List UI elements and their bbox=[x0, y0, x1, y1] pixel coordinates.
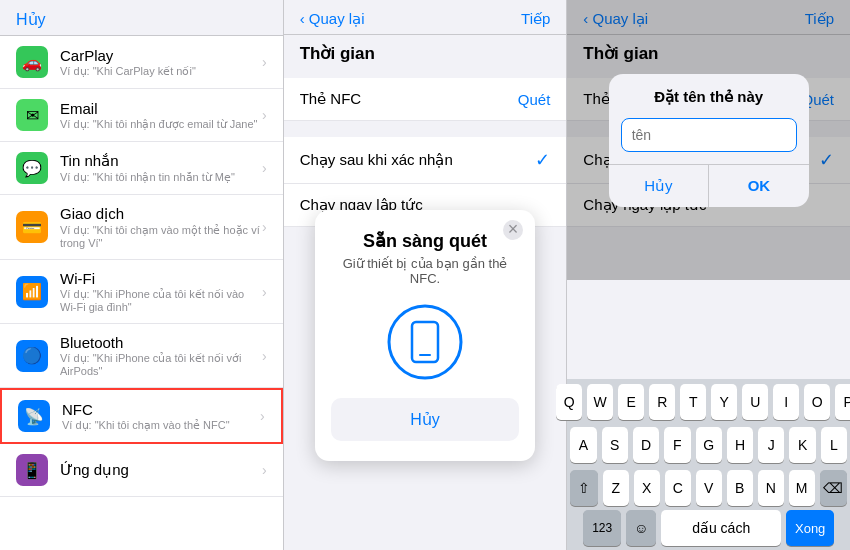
key-j[interactable]: J bbox=[758, 427, 784, 463]
list-item-bluetooth[interactable]: 🔵 Bluetooth Ví dụ: "Khi iPhone của tôi k… bbox=[0, 324, 283, 388]
key-q[interactable]: Q bbox=[556, 384, 582, 420]
nfc-ready-card: × Sẵn sàng quét Giữ thiết bị của bạn gần… bbox=[315, 210, 535, 461]
key-d[interactable]: D bbox=[633, 427, 659, 463]
bluetooth-title: Bluetooth bbox=[60, 334, 262, 351]
nfc-modal-title: Sẵn sàng quét bbox=[363, 230, 487, 252]
panel2-page-title: Thời gian bbox=[284, 35, 567, 70]
app-chevron: › bbox=[262, 462, 267, 478]
messages-subtitle: Ví dụ: "Khi tôi nhận tin nhắn từ Mẹ" bbox=[60, 171, 262, 184]
transaction-icon: 💳 bbox=[16, 211, 48, 243]
nfc-icon: 📡 bbox=[18, 400, 50, 432]
nfc-phone-icon bbox=[385, 302, 465, 382]
cancel-button[interactable]: Hủy bbox=[16, 10, 46, 29]
key-w[interactable]: W bbox=[587, 384, 613, 420]
key-a[interactable]: A bbox=[570, 427, 596, 463]
key-n[interactable]: N bbox=[758, 470, 784, 506]
numbers-key[interactable]: 123 bbox=[583, 510, 621, 546]
messages-title: Tin nhắn bbox=[60, 152, 262, 170]
email-title: Email bbox=[60, 100, 262, 117]
list-item-email[interactable]: ✉ Email Ví dụ: "Khi tôi nhận được email … bbox=[0, 89, 283, 142]
wifi-subtitle: Ví dụ: "Khi iPhone của tôi kết nối vào W… bbox=[60, 288, 262, 313]
email-subtitle: Ví dụ: "Khi tôi nhận được email từ Jane" bbox=[60, 118, 262, 131]
wifi-title: Wi-Fi bbox=[60, 270, 262, 287]
key-v[interactable]: V bbox=[696, 470, 722, 506]
carplay-title: CarPlay bbox=[60, 47, 262, 64]
space-key[interactable]: dấu cách bbox=[661, 510, 781, 546]
keyboard-row-2: ASDFGHJKL bbox=[567, 422, 850, 465]
messages-chevron: › bbox=[262, 160, 267, 176]
done-key[interactable]: Xong bbox=[786, 510, 834, 546]
keyboard-row-1: QWERTYUIOP bbox=[567, 379, 850, 422]
svg-point-0 bbox=[389, 306, 461, 378]
list-item-wifi[interactable]: 📶 Wi-Fi Ví dụ: "Khi iPhone của tôi kết n… bbox=[0, 260, 283, 324]
on-screen-keyboard: QWERTYUIOP ASDFGHJKL ⇧ ZXCVBNM ⌫ 123 ☺ d… bbox=[567, 379, 850, 550]
key-m[interactable]: M bbox=[789, 470, 815, 506]
panel2-nfc-label: Thẻ NFC bbox=[300, 90, 518, 108]
key-u[interactable]: U bbox=[742, 384, 768, 420]
triggers-list: 🚗 CarPlay Ví dụ: "Khi CarPlay kết nối" ›… bbox=[0, 36, 283, 550]
key-h[interactable]: H bbox=[727, 427, 753, 463]
delete-key[interactable]: ⌫ bbox=[820, 470, 847, 506]
key-r[interactable]: R bbox=[649, 384, 675, 420]
nfc-ready-overlay: × Sẵn sàng quét Giữ thiết bị của bạn gần… bbox=[284, 120, 567, 550]
email-chevron: › bbox=[262, 107, 267, 123]
nfc-title: NFC bbox=[62, 401, 260, 418]
name-dialog-overlay: Đặt tên thẻ này Hủy OK bbox=[567, 0, 850, 280]
name-dialog: Đặt tên thẻ này Hủy OK bbox=[609, 74, 809, 207]
list-item-app[interactable]: 📱 Ứng dụng › bbox=[0, 444, 283, 497]
key-f[interactable]: F bbox=[664, 427, 690, 463]
key-k[interactable]: K bbox=[789, 427, 815, 463]
dialog-title: Đặt tên thẻ này bbox=[609, 74, 809, 112]
dialog-cancel-button[interactable]: Hủy bbox=[609, 165, 710, 207]
key-l[interactable]: L bbox=[821, 427, 847, 463]
panel-triggers: Hủy 🚗 CarPlay Ví dụ: "Khi CarPlay kết nố… bbox=[0, 0, 284, 550]
key-c[interactable]: C bbox=[665, 470, 691, 506]
transaction-subtitle: Ví dụ: "Khi tôi chạm vào một thẻ hoặc ví… bbox=[60, 224, 262, 249]
key-o[interactable]: O bbox=[804, 384, 830, 420]
key-s[interactable]: S bbox=[602, 427, 628, 463]
key-g[interactable]: G bbox=[696, 427, 722, 463]
panel2-next-button[interactable]: Tiếp bbox=[521, 10, 550, 28]
key-e[interactable]: E bbox=[618, 384, 644, 420]
bluetooth-chevron: › bbox=[262, 348, 267, 364]
dialog-ok-button[interactable]: OK bbox=[709, 165, 809, 207]
shift-key[interactable]: ⇧ bbox=[570, 470, 597, 506]
list-item-carplay[interactable]: 🚗 CarPlay Ví dụ: "Khi CarPlay kết nối" › bbox=[0, 36, 283, 89]
nfc-subtitle: Ví dụ: "Khi tôi chạm vào thẻ NFC" bbox=[62, 419, 260, 432]
panel2-back-button[interactable]: ‹ Quay lại bbox=[300, 10, 365, 28]
list-item-nfc[interactable]: 📡 NFC Ví dụ: "Khi tôi chạm vào thẻ NFC" … bbox=[0, 388, 283, 444]
key-t[interactable]: T bbox=[680, 384, 706, 420]
wifi-icon: 📶 bbox=[16, 276, 48, 308]
key-x[interactable]: X bbox=[634, 470, 660, 506]
nfc-chevron: › bbox=[260, 408, 265, 424]
panel2-nfc-section: Thẻ NFC Quét bbox=[284, 78, 567, 121]
carplay-chevron: › bbox=[262, 54, 267, 70]
transaction-chevron: › bbox=[262, 219, 267, 235]
name-input[interactable] bbox=[621, 118, 797, 152]
list-item-transaction[interactable]: 💳 Giao dịch Ví dụ: "Khi tôi chạm vào một… bbox=[0, 195, 283, 260]
bluetooth-icon: 🔵 bbox=[16, 340, 48, 372]
key-i[interactable]: I bbox=[773, 384, 799, 420]
email-icon: ✉ bbox=[16, 99, 48, 131]
panel1-header: Hủy bbox=[0, 0, 283, 36]
nfc-close-button[interactable]: × bbox=[503, 220, 523, 240]
bluetooth-subtitle: Ví dụ: "Khi iPhone của tôi kết nối với A… bbox=[60, 352, 262, 377]
emoji-key[interactable]: ☺ bbox=[626, 510, 656, 546]
panel2-nfc-scan-button[interactable]: Quét bbox=[518, 91, 551, 108]
app-icon: 📱 bbox=[16, 454, 48, 486]
nfc-cancel-button[interactable]: Hủy bbox=[331, 398, 519, 441]
keyboard-row-3: ⇧ ZXCVBNM ⌫ bbox=[567, 465, 850, 508]
panel-timing: ‹ Quay lại Tiếp Thời gian Thẻ NFC Quét C… bbox=[284, 0, 568, 550]
transaction-title: Giao dịch bbox=[60, 205, 262, 223]
list-item-messages[interactable]: 💬 Tin nhắn Ví dụ: "Khi tôi nhận tin nhắn… bbox=[0, 142, 283, 195]
dialog-buttons: Hủy OK bbox=[609, 164, 809, 207]
key-y[interactable]: Y bbox=[711, 384, 737, 420]
app-title: Ứng dụng bbox=[60, 461, 262, 479]
panel2-nfc-row[interactable]: Thẻ NFC Quét bbox=[284, 78, 567, 121]
key-z[interactable]: Z bbox=[603, 470, 629, 506]
key-b[interactable]: B bbox=[727, 470, 753, 506]
panel-name-tag: ‹ Quay lại Tiếp Thời gian Thẻ NFC Quét C… bbox=[567, 0, 850, 550]
panel2-header: ‹ Quay lại Tiếp bbox=[284, 0, 567, 35]
key-p[interactable]: P bbox=[835, 384, 850, 420]
keyboard-bottom-row: 123 ☺ dấu cách Xong bbox=[567, 508, 850, 550]
